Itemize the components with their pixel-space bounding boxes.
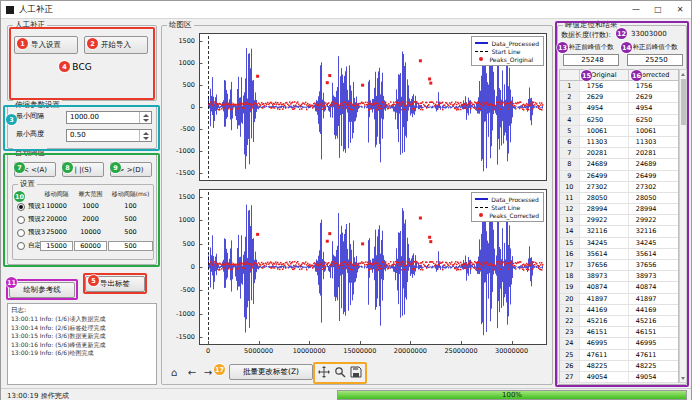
forward-icon[interactable]: → bbox=[201, 364, 215, 380]
home-icon[interactable]: ⌂ bbox=[167, 364, 181, 380]
chart-original[interactable]: Data_ProcessedStart LinePeaks_Original 1… bbox=[199, 33, 547, 181]
table-row[interactable]: 143211632116 bbox=[560, 226, 678, 237]
chart-legend: Data_ProcessedStart LinePeaks_Original bbox=[471, 36, 544, 66]
table-row[interactable]: 183897338973 bbox=[560, 271, 678, 282]
close-button[interactable]: ✕ bbox=[669, 1, 691, 18]
table-row[interactable]: 132992229922 bbox=[560, 215, 678, 226]
table-row[interactable]: 226292629 bbox=[560, 92, 678, 103]
scrollbar-thumb[interactable] bbox=[681, 79, 686, 125]
threshold-group: 自动阈值 < <(A) | |(S) > >(D) 设置 移动间隔 最大范围 移… bbox=[7, 153, 157, 265]
scroll-up-arrow[interactable] bbox=[681, 73, 685, 76]
peaks-table-body[interactable]: 1175617562262926293495449544625062505100… bbox=[559, 81, 679, 383]
y-tick-label: 500 bbox=[169, 81, 195, 89]
preset-value[interactable]: 500 bbox=[108, 241, 153, 251]
save-icon[interactable] bbox=[349, 364, 363, 380]
table-row[interactable]: 153424534245 bbox=[560, 238, 678, 249]
x-tick-label: 5000000 bbox=[244, 347, 273, 355]
table-row[interactable]: 214416944169 bbox=[560, 305, 678, 316]
preset-value[interactable]: 60000 bbox=[74, 241, 107, 251]
preset-row[interactable]: 预设32500010000500 bbox=[13, 226, 153, 239]
spinner[interactable] bbox=[139, 130, 151, 141]
table-row[interactable]: 462506250 bbox=[560, 115, 678, 126]
preset-value: 10000 bbox=[40, 200, 73, 213]
param-group: 伸缩参数设置 最小间隔 1000.00 最小高度 0.50 bbox=[7, 105, 157, 149]
table-row[interactable]: 163561435614 bbox=[560, 249, 678, 260]
data-length-value: 33003000 bbox=[631, 30, 667, 38]
preset-value: 25000 bbox=[40, 226, 73, 239]
maximize-button[interactable]: □ bbox=[647, 1, 669, 18]
table-row[interactable]: 194087440874 bbox=[560, 282, 678, 293]
legend-item: Start Line bbox=[475, 47, 539, 55]
table-row[interactable]: 204189741897 bbox=[560, 294, 678, 305]
zoom-icon[interactable] bbox=[333, 364, 347, 380]
results-group-label: 峰值定位和结果 bbox=[563, 20, 620, 30]
table-row[interactable]: 244699546995 bbox=[560, 338, 678, 349]
param-group-label: 伸缩参数设置 bbox=[13, 100, 62, 110]
min-interval-label: 最小间隔 bbox=[16, 110, 44, 123]
table-row[interactable]: 254761147611 bbox=[560, 350, 678, 361]
log-line: 13:00:16 Info: (5/6)峰值更新完成 bbox=[11, 341, 153, 350]
table-row[interactable]: 264822548225 bbox=[560, 361, 678, 372]
peaks-before-value: 25248 bbox=[563, 54, 619, 66]
chart-corrected[interactable]: Data_ProcessedStart LinePeaks_Corrected … bbox=[199, 189, 547, 345]
scroll-down-arrow[interactable] bbox=[681, 377, 685, 380]
preset-radio[interactable] bbox=[17, 203, 25, 211]
min-height-input[interactable]: 0.50 bbox=[66, 129, 152, 142]
draw-reference-button[interactable]: 绘制参考线 bbox=[9, 282, 75, 298]
threshold-group-label: 自动阈值 bbox=[13, 148, 47, 158]
x-tick-label: 0 bbox=[206, 347, 210, 355]
spinner[interactable] bbox=[139, 112, 151, 123]
y-tick-label: -500 bbox=[169, 125, 195, 133]
min-interval-input[interactable]: 1000.00 bbox=[66, 111, 152, 124]
y-tick-label: -1000 bbox=[169, 147, 195, 155]
log-title: 日志: bbox=[11, 306, 153, 315]
preset-value: 100 bbox=[108, 200, 153, 213]
table-row[interactable]: 117561756 bbox=[560, 81, 678, 92]
table-row[interactable]: 82468924689 bbox=[560, 159, 678, 170]
table-row[interactable]: 173765637656 bbox=[560, 260, 678, 271]
table-row[interactable]: 51006110061 bbox=[560, 126, 678, 137]
export-labels-button[interactable]: 导出标签 bbox=[85, 276, 145, 292]
y-tick-label: 1500 bbox=[169, 193, 195, 201]
import-settings-button[interactable]: 导入设置 bbox=[14, 36, 78, 54]
title-bar: 人工补正 — □ ✕ bbox=[1, 1, 691, 19]
preset-value[interactable]: 15000 bbox=[40, 241, 73, 251]
threshold-right-button[interactable]: > >(D) bbox=[110, 162, 152, 177]
threshold-left-button[interactable]: < <(A) bbox=[14, 162, 56, 177]
preset-radio[interactable] bbox=[17, 242, 25, 250]
x-tick-label: 25000000 bbox=[444, 347, 477, 355]
table-row[interactable]: 61130311303 bbox=[560, 137, 678, 148]
table-row[interactable]: 349544954 bbox=[560, 103, 678, 114]
log-line: 13:00:14 Info: (2/6)标签处理完成 bbox=[11, 324, 153, 333]
legend-swatch-line bbox=[475, 198, 488, 200]
import-group: 人工补正 导入设置 开始导入 BCG bbox=[7, 25, 157, 101]
back-icon[interactable]: ← bbox=[185, 364, 199, 380]
table-row[interactable]: 274905449054 bbox=[560, 372, 678, 383]
preset-settings-group: 设置 移动间隔 最大范围 移动间隔(ms) 预设1100001000100预设2… bbox=[12, 184, 154, 260]
threshold-stop-button[interactable]: | |(S) bbox=[62, 162, 104, 177]
preset-radio[interactable] bbox=[17, 229, 25, 237]
y-tick-label: -1500 bbox=[169, 169, 195, 177]
minimize-button[interactable]: — bbox=[625, 1, 647, 18]
table-row[interactable]: 112805028050 bbox=[560, 193, 678, 204]
table-row[interactable]: 102730227302 bbox=[560, 182, 678, 193]
table-row[interactable]: 234615146151 bbox=[560, 327, 678, 338]
chart-legend: Data_ProcessedStart LinePeaks_Corrected bbox=[471, 192, 544, 222]
pan-icon[interactable] bbox=[317, 364, 331, 380]
plot-area-label: 绘图区 bbox=[167, 20, 194, 30]
legend-swatch-dashed bbox=[475, 207, 488, 208]
preset-row[interactable]: 自定义1500060000500 bbox=[13, 239, 153, 252]
preset-value: 500 bbox=[108, 213, 153, 226]
table-row[interactable]: 92649926499 bbox=[560, 171, 678, 182]
table-row[interactable]: 224521645216 bbox=[560, 316, 678, 327]
preset-radio[interactable] bbox=[17, 216, 25, 224]
preset-row[interactable]: 预设2200002000500 bbox=[13, 213, 153, 226]
table-row[interactable]: 72028120281 bbox=[560, 148, 678, 159]
legend-swatch-line bbox=[475, 42, 488, 44]
log-box: 日志: 13:00:11 Info: (1/6)读入数据完成13:00:14 I… bbox=[7, 303, 157, 385]
preset-row[interactable]: 预设1100001000100 bbox=[13, 200, 153, 213]
table-scrollbar[interactable] bbox=[679, 69, 687, 383]
start-import-button[interactable]: 开始导入 bbox=[84, 36, 148, 54]
table-row[interactable]: 122899428994 bbox=[560, 204, 678, 215]
batch-edit-labels-button[interactable]: 批量更改标签(Z) bbox=[229, 364, 313, 380]
